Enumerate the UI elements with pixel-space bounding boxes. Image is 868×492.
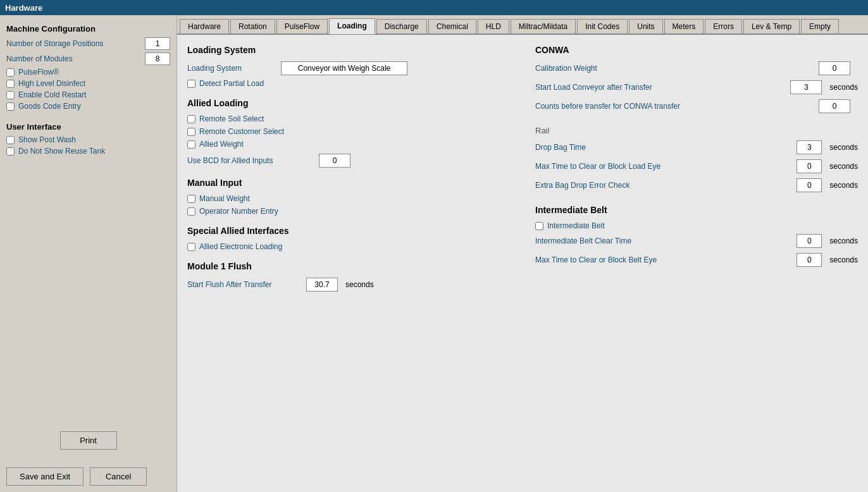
bcd-label: Use BCD for Allied Inputs — [187, 156, 314, 165]
tab-discharge[interactable]: Discharge — [376, 19, 427, 34]
start-flush-label: Start Flush After Transfer — [187, 280, 301, 289]
drop-bag-time-unit: seconds — [829, 143, 858, 152]
tab-chemical[interactable]: Chemical — [428, 19, 476, 34]
conwa-section: CONWA Calibration Weight Start Load Conv… — [535, 45, 858, 113]
extra-bag-drop-error-check-row: Extra Bag Drop Error Check seconds — [535, 178, 858, 192]
max-time-clear-block-belt-eye-label: Max Time to Clear or Block Belt Eye — [535, 255, 791, 264]
special-allied-section: Special Allied Interfaces Allied Electro… — [187, 226, 510, 251]
conwa-calibration-weight-row: Calibration Weight — [535, 61, 858, 75]
drop-bag-time-row: Drop Bag Time seconds — [535, 140, 858, 154]
operator-number-entry-checkbox[interactable] — [187, 207, 195, 216]
tab-init-codes[interactable]: Init Codes — [577, 19, 628, 34]
intermediate-belt-clear-time-input[interactable] — [797, 234, 822, 248]
max-time-clear-block-load-eye-input[interactable] — [797, 159, 822, 173]
manual-weight-checkbox[interactable] — [187, 195, 195, 203]
enable-cold-restart-row: Enable Cold Restart — [6, 90, 170, 99]
start-flush-unit: seconds — [345, 280, 374, 289]
pulseflow-checkbox[interactable] — [6, 68, 15, 77]
do-not-show-reuse-tank-checkbox[interactable] — [6, 147, 15, 156]
conwa-calibration-weight-input[interactable] — [819, 61, 850, 75]
enable-cold-restart-checkbox[interactable] — [6, 91, 15, 99]
conwa-title: CONWA — [535, 45, 858, 55]
remote-customer-select-row: Remote Customer Select — [187, 127, 510, 136]
machine-config-title: Machine Configuration — [6, 24, 170, 34]
conwa-start-load-conveyor-label: Start Load Conveyor after Transfer — [535, 83, 785, 92]
intermediate-belt-checkbox-row: Intermediate Belt — [535, 221, 858, 230]
manual-weight-label: Manual Weight — [199, 194, 250, 203]
operator-number-entry-row: Operator Number Entry — [187, 207, 510, 216]
manual-input-section: Manual Input Manual Weight Operator Numb… — [187, 178, 510, 216]
conwa-start-load-conveyor-input[interactable] — [790, 80, 822, 94]
cancel-button[interactable]: Cancel — [90, 467, 147, 486]
detect-partial-load-row: Detect Partial Load — [187, 79, 510, 88]
save-exit-button[interactable]: Save and Exit — [6, 467, 84, 486]
tab-meters[interactable]: Meters — [664, 19, 704, 34]
allied-electronic-loading-checkbox[interactable] — [187, 243, 195, 251]
intermediate-belt-checkbox[interactable] — [535, 222, 543, 230]
conwa-start-load-conveyor-row: Start Load Conveyor after Transfer secon… — [535, 80, 858, 94]
conwa-counts-before-transfer-label: Counts before transfer for CONWA transfe… — [535, 102, 814, 111]
tab-units[interactable]: Units — [629, 19, 662, 34]
tab-hardware[interactable]: Hardware — [180, 19, 229, 34]
right-column: CONWA Calibration Weight Start Load Conv… — [535, 45, 858, 482]
detect-partial-load-checkbox[interactable] — [187, 80, 195, 88]
sidebar-buttons: Print Save and Exit Cancel — [6, 431, 170, 486]
tab-pulseflow[interactable]: PulseFlow — [276, 19, 328, 34]
intermediate-belt-clear-time-label: Intermediate Belt Clear Time — [535, 237, 791, 245]
goods-code-entry-label: Goods Code Entry — [18, 102, 81, 111]
start-flush-input[interactable] — [306, 278, 338, 292]
conwa-start-load-conveyor-unit: seconds — [829, 83, 858, 92]
max-time-clear-block-load-eye-row: Max Time to Clear or Block Load Eye seco… — [535, 159, 858, 173]
user-interface-section: User Interface Show Post Wash Do Not Sho… — [6, 120, 170, 158]
print-button[interactable]: Print — [60, 431, 117, 450]
extra-bag-drop-error-check-unit: seconds — [829, 181, 858, 190]
max-time-clear-block-load-eye-unit: seconds — [829, 162, 858, 171]
tab-loading[interactable]: Loading — [329, 18, 375, 34]
num-modules-input[interactable] — [145, 52, 170, 65]
title-bar: Hardware — [0, 0, 868, 15]
pulseflow-label: PulseFlow® — [18, 68, 59, 77]
remote-soil-select-checkbox[interactable] — [187, 115, 195, 123]
bcd-input[interactable] — [319, 154, 350, 168]
drop-bag-time-label: Drop Bag Time — [535, 143, 791, 152]
right-panel: Hardware Rotation PulseFlow Loading Disc… — [177, 15, 868, 492]
tab-empty[interactable]: Empty — [801, 19, 839, 34]
tab-hld[interactable]: HLD — [478, 19, 509, 34]
tab-lev-temp[interactable]: Lev & Temp — [743, 19, 800, 34]
show-post-wash-checkbox[interactable] — [6, 136, 15, 144]
max-time-clear-block-belt-eye-row: Max Time to Clear or Block Belt Eye seco… — [535, 253, 858, 267]
allied-weight-checkbox[interactable] — [187, 140, 195, 149]
remote-customer-select-label: Remote Customer Select — [199, 127, 284, 136]
bcd-row: Use BCD for Allied Inputs — [187, 154, 510, 168]
storage-positions-row: Number of Storage Positions — [6, 37, 170, 50]
content-area: Loading System Loading System Detect Par… — [177, 35, 868, 492]
loading-system-section: Loading System Loading System Detect Par… — [187, 45, 510, 88]
max-time-clear-block-load-eye-label: Max Time to Clear or Block Load Eye — [535, 162, 791, 171]
remote-customer-select-checkbox[interactable] — [187, 128, 195, 136]
window-title: Hardware — [5, 3, 42, 13]
storage-positions-input[interactable] — [145, 37, 170, 50]
sidebar: Machine Configuration Number of Storage … — [0, 15, 177, 492]
num-modules-label: Number of Modules — [6, 54, 73, 63]
remote-soil-select-label: Remote Soil Select — [199, 114, 264, 123]
loading-system-row: Loading System — [187, 61, 510, 75]
tab-rotation[interactable]: Rotation — [230, 19, 275, 34]
start-flush-row: Start Flush After Transfer seconds — [187, 278, 510, 292]
tab-errors[interactable]: Errors — [705, 19, 742, 34]
max-time-clear-block-belt-eye-input[interactable] — [797, 253, 822, 267]
extra-bag-drop-error-check-label: Extra Bag Drop Error Check — [535, 181, 791, 190]
conwa-counts-before-transfer-input[interactable] — [819, 99, 850, 113]
drop-bag-time-input[interactable] — [797, 140, 822, 154]
main-window: Hardware Machine Configuration Number of… — [0, 0, 868, 492]
conwa-calibration-weight-label: Calibration Weight — [535, 64, 814, 73]
allied-loading-section: Allied Loading Remote Soil Select Remote… — [187, 98, 510, 168]
operator-number-entry-label: Operator Number Entry — [199, 207, 278, 216]
rail-section: Rail Drop Bag Time seconds Max Time to C… — [535, 126, 858, 192]
high-level-disinfect-checkbox[interactable] — [6, 80, 15, 88]
intermediate-belt-section: Intermediate Belt Intermediate Belt Inte… — [535, 205, 858, 267]
pulseflow-row: PulseFlow® — [6, 68, 170, 77]
goods-code-entry-checkbox[interactable] — [6, 102, 15, 111]
tab-miltrac-mildata[interactable]: Miltrac/Mildata — [511, 19, 576, 34]
extra-bag-drop-error-check-input[interactable] — [797, 178, 822, 192]
loading-system-input[interactable] — [281, 61, 407, 75]
